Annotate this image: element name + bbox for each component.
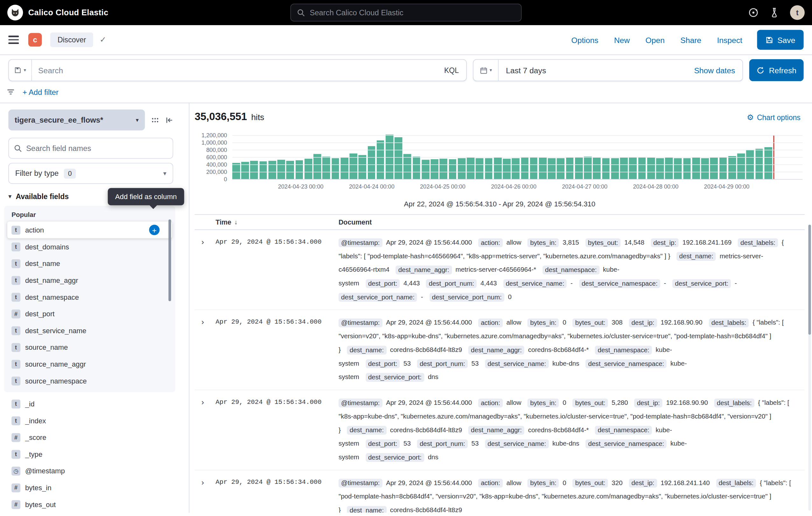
filter-icon[interactable] <box>6 88 15 97</box>
histogram-bar <box>251 161 258 179</box>
add-filter-link[interactable]: + Add filter <box>23 88 59 96</box>
user-avatar[interactable]: t <box>790 5 805 20</box>
saved-query-menu-button[interactable]: ▾ <box>9 59 32 81</box>
date-picker-menu-button[interactable]: ▾ <box>473 59 499 81</box>
field-item-_type[interactable]: t_type <box>7 445 172 462</box>
histogram-bar <box>530 157 538 179</box>
field-badge: dest_name: <box>347 426 386 434</box>
t-field-type-icon: t <box>11 225 20 235</box>
field-item-source_namespace[interactable]: tsource_namespace <box>7 372 172 389</box>
menu-icon[interactable] <box>8 36 19 44</box>
field-badge: dest_service_name: <box>503 279 567 288</box>
field-badge: dest_port: <box>366 279 400 288</box>
field-badge: dest_ip: <box>629 318 657 327</box>
refresh-button[interactable]: Refresh <box>749 59 804 81</box>
field-item-source_name[interactable]: tsource_name <box>7 339 172 356</box>
histogram-bar <box>295 160 303 179</box>
field-name: action <box>25 226 44 234</box>
field-value: allow <box>506 319 522 326</box>
histogram-bar <box>422 160 429 179</box>
global-search-input[interactable] <box>310 8 515 17</box>
field-item-dest_domains[interactable]: tdest_domains <box>7 238 172 255</box>
field-value: 53 <box>471 440 478 447</box>
filter-by-type-button[interactable]: Filter by type 0 ▾ <box>8 163 173 184</box>
num-field-type-icon: # <box>11 500 20 509</box>
histogram-bar <box>448 159 456 179</box>
query-search-input[interactable] <box>32 65 437 75</box>
field-item-_score[interactable]: #_score <box>7 429 172 446</box>
breadcrumb[interactable]: Discover <box>50 32 93 47</box>
query-language-button[interactable]: KQL <box>437 66 466 74</box>
field-item-bytes_in[interactable]: #bytes_in <box>7 479 172 496</box>
field-item-dest_name[interactable]: tdest_name <box>7 255 172 272</box>
histogram-bar <box>413 157 420 179</box>
field-item-_id[interactable]: t_id <box>7 395 172 412</box>
field-item-source_name_aggr[interactable]: tsource_name_aggr <box>7 356 172 373</box>
field-item-dest_port[interactable]: #dest_port <box>7 305 172 322</box>
save-button[interactable]: Save <box>757 30 804 50</box>
space-badge[interactable]: c <box>28 33 42 47</box>
global-search[interactable] <box>290 4 522 22</box>
row-timestamp: Apr 29, 2024 @ 15:56:34.000 <box>215 477 338 513</box>
gridline <box>232 142 803 143</box>
toolbar-link-options[interactable]: Options <box>572 35 599 44</box>
t-field-type-icon: t <box>11 450 20 459</box>
histogram-bar <box>575 157 583 179</box>
histogram-bar <box>557 158 564 179</box>
field-search-input[interactable] <box>26 144 167 152</box>
calendar-icon <box>480 66 488 74</box>
y-axis-tick-label: 1,200,000 <box>201 132 227 138</box>
expand-row-button[interactable]: › <box>195 236 216 304</box>
collapse-sidebar-icon[interactable] <box>166 116 173 124</box>
histogram-bar <box>764 147 772 179</box>
expand-row-button[interactable]: › <box>195 316 216 384</box>
histogram-bar <box>458 158 465 179</box>
toolbar-link-share[interactable]: Share <box>680 35 701 44</box>
add-field-as-column-button[interactable]: + <box>149 224 160 235</box>
sidebar-scrollbar[interactable] <box>168 219 171 301</box>
content: tigera_secure_ee_flows* ▾ <box>0 103 812 513</box>
cluster-icon[interactable] <box>748 7 758 18</box>
show-dates-link[interactable]: Show dates <box>694 65 742 75</box>
field-value: 53 <box>403 440 411 447</box>
toolbar-link-open[interactable]: Open <box>646 35 665 44</box>
histogram-bar <box>593 158 601 179</box>
field-badge: dest_namespace: <box>543 265 600 274</box>
chart-options-button[interactable]: ⚙ Chart options <box>747 113 801 122</box>
toolbar-link-new[interactable]: New <box>614 35 630 44</box>
field-item-@timestamp[interactable]: ◷@timestamp <box>7 462 172 479</box>
field-value: 0 <box>562 479 566 487</box>
plot-area[interactable]: 2024-04-23 00:002024-04-24 00:002024-04-… <box>232 135 803 179</box>
histogram-bar <box>620 158 628 179</box>
histogram-bar <box>304 159 312 179</box>
time-column-header[interactable]: Time ↓ <box>215 218 338 226</box>
histogram-bar <box>566 158 574 179</box>
field-item-_index[interactable]: t_index <box>7 412 172 429</box>
toolbar-link-inspect[interactable]: Inspect <box>717 35 742 44</box>
table-row: ›Apr 29, 2024 @ 15:56:34.000@timestamp:A… <box>195 390 805 470</box>
field-item-dest_service_name[interactable]: tdest_service_name <box>7 322 172 339</box>
labs-flask-icon[interactable] <box>769 7 780 18</box>
table-scrollbar[interactable] <box>808 224 811 511</box>
index-pattern-selector[interactable]: tigera_secure_ee_flows* ▾ <box>8 110 145 131</box>
grid-dots-icon[interactable] <box>151 116 159 124</box>
app-title: Calico Cloud Elastic <box>28 8 109 18</box>
histogram-bar <box>485 158 493 179</box>
expand-row-button[interactable]: › <box>195 477 216 513</box>
x-axis-tick-label: 2024-04-28 00:00 <box>633 184 678 190</box>
field-value: 5,280 <box>612 399 628 406</box>
time-range-value[interactable]: Last 7 days <box>499 65 553 75</box>
table-row: ›Apr 29, 2024 @ 15:56:34.000@timestamp:A… <box>195 470 805 513</box>
field-item-action[interactable]: taction+ <box>7 222 172 239</box>
calico-logo[interactable] <box>7 5 23 20</box>
field-badge: bytes_in: <box>527 399 559 407</box>
expand-row-button[interactable]: › <box>195 397 216 465</box>
histogram-bar <box>313 154 321 179</box>
t-field-type-icon: t <box>11 326 20 335</box>
field-item-bytes_out[interactable]: #bytes_out <box>7 496 172 513</box>
field-item-dest_namespace[interactable]: tdest_namespace <box>7 289 172 305</box>
chevron-down-icon: ▾ <box>490 67 492 73</box>
field-item-dest_name_aggr[interactable]: tdest_name_aggr <box>7 272 172 289</box>
field-badge: dest_port_num: <box>417 439 468 448</box>
histogram-bar <box>358 155 366 179</box>
